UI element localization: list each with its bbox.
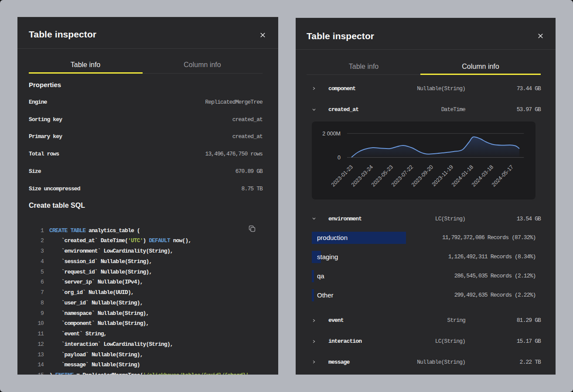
- svg-text:2023-09-20: 2023-09-20: [410, 164, 434, 188]
- svg-text:2 000M: 2 000M: [322, 131, 341, 137]
- svg-text:2024-05-17: 2024-05-17: [491, 164, 515, 188]
- svg-text:0: 0: [338, 155, 341, 161]
